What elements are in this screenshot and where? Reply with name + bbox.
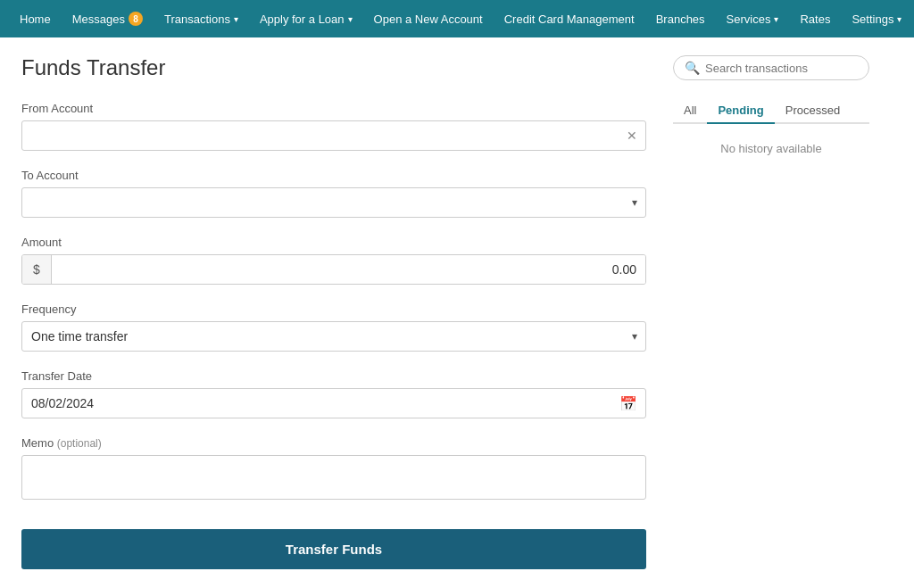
memo-input[interactable]: [21, 455, 646, 500]
to-account-wrapper: ▾: [21, 187, 646, 218]
page-title: Funds Transfer: [21, 55, 646, 80]
nav-credit-card-label: Credit Card Management: [504, 12, 635, 26]
nav-branches[interactable]: Branches: [647, 0, 714, 37]
frequency-label: Frequency: [21, 302, 646, 316]
search-input[interactable]: [705, 62, 858, 75]
from-account-group: From Account ✕: [21, 102, 646, 151]
from-account-label: From Account: [21, 102, 646, 115]
amount-prefix: $: [22, 255, 52, 284]
frequency-group: Frequency One time transfer Weekly Bi-we…: [21, 302, 646, 352]
transfer-funds-button[interactable]: Transfer Funds: [21, 529, 646, 569]
form-area: Funds Transfer From Account ✕ To Account…: [21, 55, 646, 569]
nav-rates[interactable]: Rates: [791, 0, 839, 37]
nav-settings-label: Settings: [852, 12, 893, 26]
frequency-select[interactable]: One time transfer Weekly Bi-weekly Month…: [21, 321, 646, 352]
from-account-input[interactable]: [21, 120, 646, 151]
transfer-date-input[interactable]: [21, 388, 646, 418]
transactions-chevron-icon: ▾: [234, 14, 238, 24]
memo-optional-text: (optional): [57, 437, 102, 450]
memo-label-text: Memo: [21, 436, 54, 450]
tab-processed[interactable]: Processed: [775, 98, 851, 124]
tab-processed-label: Processed: [785, 104, 840, 117]
to-account-select[interactable]: [21, 187, 646, 218]
apply-loan-chevron-icon: ▾: [348, 14, 353, 24]
transfer-date-label: Transfer Date: [21, 369, 646, 383]
nav-transactions-label: Transactions: [164, 12, 230, 26]
nav-messages-label: Messages: [72, 12, 125, 26]
main-nav: Home Messages 8 Transactions ▾ Apply for…: [0, 0, 914, 37]
tab-pending[interactable]: Pending: [707, 98, 774, 124]
amount-label: Amount: [21, 236, 646, 249]
nav-transactions[interactable]: Transactions ▾: [155, 0, 247, 37]
nav-services-label: Services: [727, 12, 771, 26]
from-account-wrapper: ✕: [21, 120, 646, 151]
nav-settings[interactable]: Settings ▾: [843, 0, 910, 37]
amount-group: Amount $: [21, 236, 646, 285]
page-container: Funds Transfer From Account ✕ To Account…: [0, 37, 914, 587]
nav-home[interactable]: Home: [11, 0, 60, 37]
nav-open-account-label: Open a New Account: [374, 12, 483, 26]
nav-services[interactable]: Services ▾: [718, 0, 788, 37]
search-bar: 🔍: [673, 55, 869, 80]
services-chevron-icon: ▾: [774, 14, 778, 24]
tab-all-label: All: [684, 104, 696, 117]
tab-pending-label: Pending: [718, 104, 763, 117]
to-account-group: To Account ▾: [21, 169, 646, 218]
tab-all[interactable]: All: [673, 98, 707, 124]
messages-badge: 8: [129, 12, 143, 26]
search-icon: 🔍: [685, 61, 700, 75]
amount-wrapper: $: [21, 254, 646, 285]
nav-apply-loan-label: Apply for a Loan: [260, 12, 345, 26]
nav-messages[interactable]: Messages 8: [63, 0, 152, 37]
no-history-text: No history available: [673, 142, 869, 155]
nav-open-account[interactable]: Open a New Account: [365, 0, 492, 37]
frequency-wrapper: One time transfer Weekly Bi-weekly Month…: [21, 321, 646, 352]
memo-label: Memo (optional): [21, 436, 646, 450]
nav-rates-label: Rates: [800, 12, 830, 26]
right-panel: 🔍 All Pending Processed No history avail…: [673, 55, 869, 569]
nav-branches-label: Branches: [656, 12, 705, 26]
to-account-label: To Account: [21, 169, 646, 182]
history-tabs: All Pending Processed: [673, 98, 869, 124]
transfer-date-group: Transfer Date 📅: [21, 369, 646, 418]
nav-apply-loan[interactable]: Apply for a Loan ▾: [251, 0, 361, 37]
settings-chevron-icon: ▾: [897, 14, 902, 24]
nav-credit-card[interactable]: Credit Card Management: [495, 0, 644, 37]
date-wrapper: 📅: [21, 388, 646, 418]
memo-group: Memo (optional): [21, 436, 646, 502]
amount-input[interactable]: [52, 255, 645, 284]
nav-home-label: Home: [20, 12, 51, 26]
